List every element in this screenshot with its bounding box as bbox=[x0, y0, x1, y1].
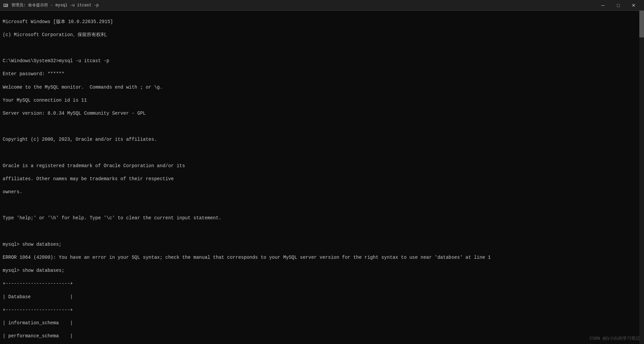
minimize-button[interactable]: ─ bbox=[595, 0, 611, 11]
terminal-line-12: Oracle is a registered trademark of Orac… bbox=[3, 163, 641, 169]
terminal-line-9 bbox=[3, 123, 641, 130]
close-button[interactable]: ✕ bbox=[626, 0, 641, 11]
terminal-line-16: Type 'help;' or '\h' for help. Type '\c'… bbox=[3, 215, 641, 222]
window-icon bbox=[3, 2, 9, 8]
terminal-show-databases: mysql> show databases; bbox=[3, 267, 641, 274]
terminal-line-4: C:\Windows\System32>mysql -u itcast -p bbox=[3, 58, 641, 65]
table-border-top: +-----------------------+ bbox=[3, 280, 641, 287]
terminal-window: 管理员: 命令提示符 - mysql -u itcast -p ─ □ ✕ Mi… bbox=[0, 0, 644, 344]
terminal-line-14: owners. bbox=[3, 189, 641, 196]
maximize-button[interactable]: □ bbox=[611, 0, 626, 11]
terminal-line-8: Server version: 8.0.34 MySQL Community S… bbox=[3, 110, 641, 117]
scrollbar-track[interactable] bbox=[639, 11, 644, 344]
scrollbar-thumb[interactable] bbox=[639, 11, 644, 37]
terminal-line-17 bbox=[3, 228, 641, 235]
terminal-line-6: Welcome to the MySQL monitor. Commands e… bbox=[3, 84, 641, 91]
table-header: | Database | bbox=[3, 294, 641, 301]
terminal-line-13: affiliates. Other names may be trademark… bbox=[3, 176, 641, 183]
terminal-line-7: Your MySQL connection id is 11 bbox=[3, 97, 641, 104]
terminal-show-databses: mysql> show databses; bbox=[3, 241, 641, 248]
terminal-body[interactable]: Microsoft Windows [版本 10.0.22635.2915] (… bbox=[0, 11, 644, 344]
terminal-line-3 bbox=[3, 45, 641, 51]
svg-rect-2 bbox=[5, 4, 7, 5]
terminal-error-line: ERROR 1064 (42000): You have an error in… bbox=[3, 254, 641, 261]
terminal-line-5: Enter password: ****** bbox=[3, 71, 641, 78]
window-controls: ─ □ ✕ bbox=[595, 0, 641, 11]
table-row-2: | performance_schema | bbox=[3, 333, 641, 340]
terminal-line-10: Copyright (c) 2000, 2023, Oracle and/or … bbox=[3, 136, 641, 143]
svg-rect-3 bbox=[4, 5, 5, 6]
table-row-1: | information_schema | bbox=[3, 320, 641, 327]
terminal-line-11 bbox=[3, 149, 641, 156]
terminal-line-2: (c) Microsoft Corporation。保留所有权利。 bbox=[3, 32, 641, 38]
svg-rect-1 bbox=[4, 4, 5, 5]
window-title: 管理员: 命令提示符 - mysql -u itcast -p bbox=[11, 2, 595, 8]
svg-rect-4 bbox=[5, 5, 7, 6]
title-bar: 管理员: 命令提示符 - mysql -u itcast -p ─ □ ✕ bbox=[0, 0, 644, 11]
table-border-mid: +-----------------------+ bbox=[3, 307, 641, 314]
terminal-line-15 bbox=[3, 202, 641, 209]
watermark: CSDN @白小白的学习笔记 bbox=[590, 335, 640, 341]
terminal-line-1: Microsoft Windows [版本 10.0.22635.2915] bbox=[3, 19, 641, 25]
